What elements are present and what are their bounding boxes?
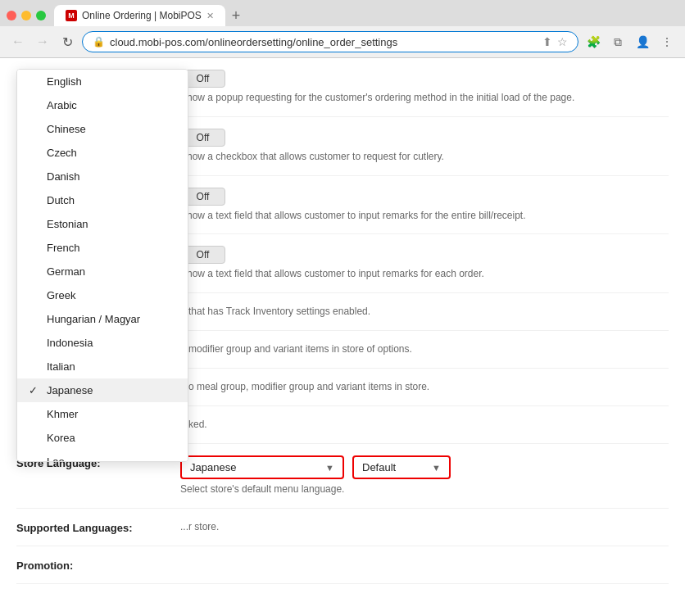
lang-label-danish: Danish bbox=[47, 170, 176, 183]
store-language-control: Japanese ▼ Default ▼ Select store's defa… bbox=[180, 455, 669, 496]
enable-receipt-remarks-control: Off Show a text field that allows custom… bbox=[180, 188, 669, 223]
url-text: cloud.mobi-pos.com/onlineordersetting/on… bbox=[110, 36, 538, 48]
lang-option-italian[interactable]: Italian bbox=[17, 355, 188, 378]
enable-receipt-remarks-desc: Show a text field that allows customer t… bbox=[180, 209, 669, 223]
lang-option-japanese[interactable]: ✓ Japanese bbox=[17, 378, 188, 402]
check-icon: ✓ bbox=[29, 384, 42, 396]
lang-option-german[interactable]: German bbox=[17, 260, 188, 283]
store-language-sub-desc: Select store's default menu language. bbox=[180, 482, 669, 496]
collapse-menu-control: ...modifier group and variant items in s… bbox=[180, 342, 669, 356]
store-language-dropdown[interactable]: Japanese ▼ bbox=[180, 455, 344, 479]
disable-required-collapse-control: ...o meal group, modifier group and vari… bbox=[180, 380, 669, 394]
lang-label-german: German bbox=[47, 265, 176, 278]
minimize-window-btn[interactable] bbox=[21, 11, 31, 20]
lang-option-dutch[interactable]: Dutch bbox=[17, 188, 188, 212]
display-cutlery-request-control: Off Show a checkbox that allows customer… bbox=[180, 129, 669, 164]
profile-icon[interactable]: 👤 bbox=[633, 32, 652, 52]
active-tab[interactable]: M Online Ordering | MobiPOS ✕ bbox=[54, 5, 225, 26]
default-language-chevron-icon: ▼ bbox=[432, 463, 441, 473]
promotion-row: Promotion: bbox=[16, 546, 669, 584]
menu-icon[interactable]: ⋮ bbox=[657, 32, 677, 52]
back-button[interactable]: ← bbox=[8, 32, 28, 52]
supported-languages-desc: ...r store. bbox=[180, 520, 669, 534]
share-icon[interactable]: ⬆ bbox=[542, 35, 552, 48]
display-item-inventory-control: ...that has Track Inventory settings ena… bbox=[180, 305, 669, 319]
lang-option-estonian[interactable]: Estonian bbox=[17, 212, 188, 236]
lang-option-hungarian[interactable]: Hungarian / Magyar bbox=[17, 307, 188, 331]
extensions-icon[interactable]: 🧩 bbox=[583, 32, 603, 52]
address-bar[interactable]: 🔒 cloud.mobi-pos.com/onlineordersetting/… bbox=[82, 31, 578, 52]
nav-right-icons: 🧩 ⧉ 👤 ⋮ bbox=[583, 32, 677, 52]
collapse-menu-row: Collapse Menu: ...modifier group and var… bbox=[16, 331, 669, 369]
lang-option-chinese[interactable]: Chinese bbox=[17, 117, 188, 141]
enable-order-remarks-control: Off Show a text field that allows custom… bbox=[180, 246, 669, 281]
tab-close-icon[interactable]: ✕ bbox=[206, 11, 214, 21]
bookmark-icon[interactable]: ☆ bbox=[557, 35, 568, 48]
window-icon[interactable]: ⧉ bbox=[608, 32, 628, 52]
close-window-btn[interactable] bbox=[7, 11, 16, 20]
lang-option-czech[interactable]: Czech bbox=[17, 141, 188, 165]
collapse-menu-desc: ...modifier group and variant items in s… bbox=[180, 342, 669, 356]
lang-option-french[interactable]: French bbox=[17, 236, 188, 260]
browser-chrome: M Online Ordering | MobiPOS ✕ + ← → ↻ 🔒 … bbox=[0, 0, 685, 58]
new-tab-button[interactable]: + bbox=[225, 8, 247, 23]
lang-option-arabic[interactable]: Arabic bbox=[17, 93, 188, 117]
reload-button[interactable]: ↻ bbox=[57, 32, 77, 52]
store-language-value: Japanese bbox=[190, 461, 236, 473]
lang-label-khmer: Khmer bbox=[47, 408, 176, 420]
lang-label-lao: Lao bbox=[47, 455, 176, 462]
disable-required-collapse-desc: ...o meal group, modifier group and vari… bbox=[180, 380, 669, 394]
lock-icon: 🔒 bbox=[93, 36, 105, 48]
supported-languages-label: Supported Languages: bbox=[16, 520, 180, 534]
lang-label-hungarian: Hungarian / Magyar bbox=[47, 313, 176, 325]
lang-option-greek[interactable]: Greek bbox=[17, 283, 188, 307]
store-language-chevron-icon: ▼ bbox=[325, 463, 334, 473]
lang-label-chinese: Chinese bbox=[47, 123, 176, 135]
lang-label-arabic: Arabic bbox=[47, 99, 176, 111]
display-cutlery-request-desc: Show a checkbox that allows customer to … bbox=[180, 150, 669, 164]
default-language-value: Default bbox=[362, 461, 396, 473]
display-ordering-method-control: Off Show a popup requesting for the cust… bbox=[180, 70, 669, 105]
forward-button[interactable]: → bbox=[33, 32, 52, 52]
tab-title: Online Ordering | MobiPOS bbox=[82, 10, 202, 21]
nav-bar: ← → ↻ 🔒 cloud.mobi-pos.com/onlineorderse… bbox=[0, 26, 685, 57]
store-language-dropdowns: Japanese ▼ Default ▼ bbox=[180, 455, 669, 479]
supported-languages-row: Supported Languages: ...r store. bbox=[16, 509, 669, 546]
lang-label-english: English bbox=[47, 75, 176, 88]
lang-label-czech: Czech bbox=[47, 147, 176, 159]
disable-enlarged-image-control: ...ked. bbox=[180, 418, 669, 432]
enable-order-remarks-desc: Show a text field that allows customer t… bbox=[180, 267, 669, 281]
lang-label-dutch: Dutch bbox=[47, 194, 176, 206]
page-content: Display Ordering Method: Off Show a popu… bbox=[0, 58, 685, 616]
window-controls bbox=[7, 11, 46, 20]
lang-label-greek: Greek bbox=[47, 289, 176, 301]
lang-option-korea[interactable]: Korea bbox=[17, 426, 188, 450]
lang-label-italian: Italian bbox=[47, 360, 176, 373]
supported-languages-control: ...r store. bbox=[180, 520, 669, 534]
disable-enlarged-image-desc: ...ked. bbox=[180, 418, 669, 432]
lang-option-lao[interactable]: Lao bbox=[17, 450, 188, 462]
language-dropdown-menu[interactable]: English Arabic Chinese Czech Danish bbox=[16, 69, 188, 462]
lang-option-english[interactable]: English bbox=[17, 70, 188, 93]
promotion-label: Promotion: bbox=[16, 558, 180, 572]
display-item-inventory-desc: ...that has Track Inventory settings ena… bbox=[180, 305, 669, 319]
display-ordering-method-desc: Show a popup requesting for the customer… bbox=[180, 91, 669, 105]
lang-option-indonesia[interactable]: Indonesia bbox=[17, 331, 188, 355]
lang-option-danish[interactable]: Danish bbox=[17, 165, 188, 188]
maximize-window-btn[interactable] bbox=[36, 11, 46, 20]
lang-label-japanese: Japanese bbox=[47, 384, 176, 396]
tab-bar: M Online Ordering | MobiPOS ✕ + bbox=[0, 0, 685, 26]
lang-option-khmer[interactable]: Khmer bbox=[17, 402, 188, 426]
tab-favicon-icon: M bbox=[66, 10, 77, 21]
lang-label-indonesia: Indonesia bbox=[47, 337, 176, 349]
default-language-dropdown[interactable]: Default ▼ bbox=[352, 455, 451, 479]
lang-label-estonian: Estonian bbox=[47, 218, 176, 230]
lang-label-french: French bbox=[47, 242, 176, 254]
lang-label-korea: Korea bbox=[47, 432, 176, 444]
